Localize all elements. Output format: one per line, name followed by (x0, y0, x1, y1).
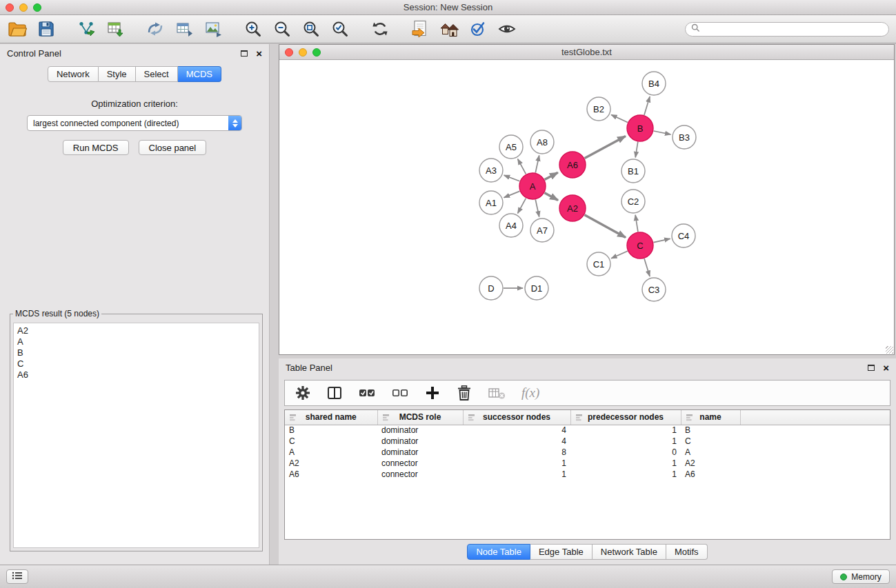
node-A7[interactable]: A7 (530, 219, 554, 242)
table-cell[interactable]: 1 (570, 425, 681, 436)
result-item[interactable]: A2 (17, 325, 255, 336)
table-cell[interactable]: 1 (570, 458, 681, 469)
result-item[interactable]: A6 (17, 369, 255, 381)
apply-layout-icon[interactable] (370, 19, 390, 39)
minimize-window-button[interactable] (19, 3, 28, 12)
node-C2[interactable]: C2 (621, 190, 645, 213)
node-A1[interactable]: A1 (479, 191, 503, 214)
table-cell[interactable]: C (285, 436, 377, 447)
edge-A2-C[interactable] (585, 215, 626, 238)
eye-icon[interactable] (497, 19, 517, 39)
resize-grip[interactable] (886, 346, 893, 354)
network-window-titlebar[interactable]: testGlobe.txt (279, 45, 894, 60)
tab-edge-table[interactable]: Edge Table (530, 544, 593, 560)
table-cell[interactable]: dominator (377, 447, 463, 458)
node-A2[interactable]: A2 (559, 195, 586, 221)
node-A[interactable]: A (519, 173, 546, 199)
table-row[interactable]: A2connector11A2 (285, 458, 890, 469)
node-D1[interactable]: D1 (525, 276, 548, 300)
edge-A-A4[interactable] (518, 199, 526, 214)
edge-A-A2[interactable] (545, 193, 559, 201)
edge-B-B1[interactable] (635, 142, 638, 158)
node-C3[interactable]: C3 (642, 278, 666, 301)
node-B3[interactable]: B3 (673, 125, 696, 149)
node-A8[interactable]: A8 (530, 130, 554, 154)
tab-node-table[interactable]: Node Table (467, 544, 530, 560)
column-header[interactable]: predecessor nodes (570, 410, 681, 425)
node-B[interactable]: B (627, 115, 653, 141)
zoom-selected-icon[interactable] (330, 19, 350, 39)
table-cell[interactable]: 1 (463, 469, 570, 480)
column-header[interactable]: MCDS role (377, 410, 463, 425)
mcds-result-list[interactable]: A2ABCA6 (13, 323, 259, 548)
node-C[interactable]: C (627, 232, 653, 258)
node-A4[interactable]: A4 (499, 214, 523, 237)
table-cell[interactable]: 4 (463, 425, 570, 436)
table-cell[interactable]: A (285, 447, 377, 458)
open-session-icon[interactable] (7, 19, 28, 39)
gear-icon[interactable] (295, 384, 311, 402)
float-panel-icon[interactable] (241, 50, 248, 57)
zoom-fit-icon[interactable] (301, 19, 321, 39)
edge-A-A8[interactable] (535, 156, 539, 173)
node-C4[interactable]: C4 (672, 224, 695, 247)
column-header[interactable]: shared name (285, 410, 377, 425)
node-B1[interactable]: B1 (621, 159, 645, 183)
edge-B-B3[interactable] (654, 131, 671, 134)
edge-A-A7[interactable] (535, 200, 539, 217)
column-header[interactable]: name (681, 410, 740, 425)
search-box[interactable] (685, 22, 889, 37)
node-A6[interactable]: A6 (559, 152, 586, 178)
network-zoom-button[interactable] (312, 48, 321, 57)
network-minimize-button[interactable] (299, 48, 307, 57)
export-table-icon[interactable] (174, 19, 195, 39)
edge-A-A3[interactable] (504, 175, 520, 181)
edge-A-A5[interactable] (518, 159, 526, 174)
open-url-icon[interactable] (410, 19, 430, 39)
column-header[interactable]: successor nodes (463, 410, 570, 425)
edge-C-C2[interactable] (635, 215, 638, 232)
node-B2[interactable]: B2 (587, 97, 610, 121)
table-cell[interactable]: A2 (681, 458, 740, 469)
tab-style[interactable]: Style (99, 66, 136, 82)
result-item[interactable]: A (17, 336, 255, 347)
edge-B-B2[interactable] (611, 115, 628, 123)
table-cell[interactable]: A6 (681, 469, 740, 480)
delete-icon[interactable] (456, 384, 472, 402)
edge-A6-B[interactable] (585, 136, 626, 158)
table-cell[interactable]: connector (377, 458, 463, 469)
tab-mcds[interactable]: MCDS (178, 66, 221, 82)
columns-icon[interactable] (326, 384, 343, 402)
paint-icon[interactable] (468, 19, 488, 39)
table-cell[interactable]: dominator (377, 436, 463, 447)
result-item[interactable]: B (17, 347, 255, 358)
node-A3[interactable]: A3 (479, 159, 503, 182)
table-cell[interactable]: 1 (463, 458, 570, 469)
edge-C-C3[interactable] (644, 258, 650, 276)
tab-select[interactable]: Select (136, 66, 178, 82)
table-cell[interactable]: dominator (377, 425, 463, 436)
table-cell[interactable]: B (681, 425, 740, 436)
zoom-out-icon[interactable] (272, 19, 292, 39)
table-cell[interactable]: A6 (285, 469, 377, 480)
edge-B-B4[interactable] (644, 97, 650, 115)
export-network-icon[interactable] (145, 19, 166, 39)
search-input[interactable] (704, 24, 883, 34)
table-cell[interactable]: 4 (463, 436, 570, 447)
table-row[interactable]: Cdominator41C (285, 436, 890, 447)
close-panel-icon[interactable]: × (256, 48, 262, 59)
node-A5[interactable]: A5 (499, 135, 523, 159)
tab-motifs[interactable]: Motifs (666, 544, 708, 560)
optimization-select[interactable]: largest connected component (directed) (27, 115, 242, 131)
table-cell[interactable]: C (681, 436, 740, 447)
tab-network-table[interactable]: Network Table (593, 544, 666, 560)
graphics-details-icon[interactable] (439, 19, 459, 39)
deselect-all-icon[interactable] (391, 384, 409, 402)
edge-C-C4[interactable] (654, 239, 670, 242)
export-image-icon[interactable] (203, 19, 223, 39)
table-cell[interactable]: 1 (570, 469, 681, 480)
edge-A-A1[interactable] (504, 191, 520, 197)
select-all-icon[interactable] (358, 384, 376, 402)
table-row[interactable]: A6connector11A6 (285, 469, 890, 480)
zoom-window-button[interactable] (33, 3, 41, 12)
